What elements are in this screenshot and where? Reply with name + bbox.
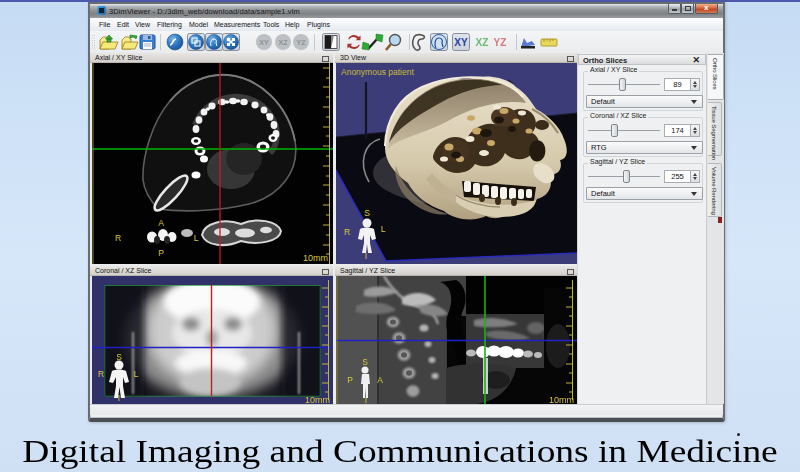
svg-text:XY: XY [259,39,269,46]
svg-text:P: P [347,375,353,385]
svg-text:10mm: 10mm [548,395,573,404]
svg-text:YZ: YZ [297,39,307,46]
svg-text:R: R [115,233,121,243]
svg-text:10mm: 10mm [305,395,330,404]
svg-text:L: L [194,233,199,243]
svg-text:R: R [98,369,104,379]
svg-text:S: S [364,208,370,218]
svg-text:L: L [380,224,385,234]
svg-text:A: A [158,218,164,228]
svg-text:XZ: XZ [476,37,489,48]
svg-text:XY: XY [454,37,468,48]
svg-text:R: R [343,227,349,237]
svg-text:YZ: YZ [494,37,507,48]
svg-text:10mm: 10mm [303,253,328,263]
svg-text:S: S [116,352,122,362]
svg-text:L: L [134,369,139,379]
svg-text:XZ: XZ [279,39,289,46]
svg-text:A: A [377,375,383,385]
svg-text:S: S [362,357,368,367]
svg-text:Anonymous patient: Anonymous patient [341,67,414,77]
svg-text:P: P [158,248,164,258]
